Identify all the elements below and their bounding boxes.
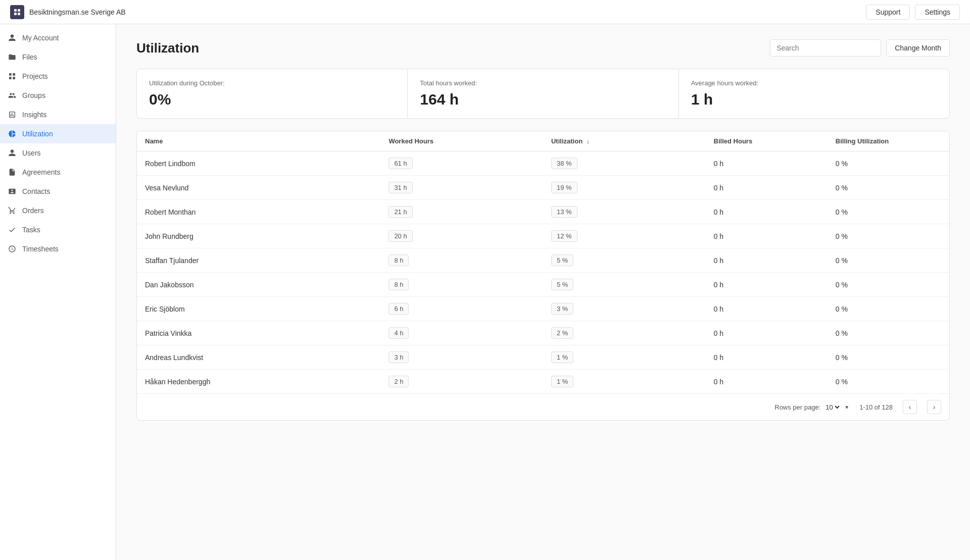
- cell-billing-utilization: 0 %: [828, 273, 949, 297]
- check-icon: [8, 226, 16, 234]
- chevron-down-icon: ▼: [844, 404, 849, 410]
- sidebar-item-my-account[interactable]: My Account: [0, 28, 116, 47]
- cell-worked-hours: 4 h: [380, 321, 543, 345]
- sidebar-item-label: Insights: [22, 111, 46, 119]
- app-logo-icon: [10, 5, 24, 19]
- pie-icon: [8, 130, 16, 138]
- table-row: Håkan Hedenberggh 2 h 1 % 0 h 0 %: [137, 370, 949, 394]
- col-utilization[interactable]: Utilization ↓: [543, 131, 706, 151]
- cell-worked-hours: 31 h: [380, 176, 543, 200]
- company-name: Besiktningsman.se Sverige AB: [29, 8, 126, 16]
- change-month-button[interactable]: Change Month: [886, 39, 950, 57]
- cell-worked-hours: 8 h: [380, 248, 543, 273]
- cart-icon: [8, 207, 16, 215]
- cell-name: Staffan Tjulander: [137, 248, 380, 273]
- sidebar-item-label: Agreements: [22, 168, 60, 176]
- rows-per-page-label: Rows per page:: [774, 403, 820, 411]
- sidebar-item-users[interactable]: Users: [0, 143, 116, 163]
- page-title: Utilization: [136, 40, 199, 56]
- support-button[interactable]: Support: [866, 5, 910, 20]
- cell-billed-hours: 0 h: [706, 176, 828, 200]
- svg-rect-1: [18, 9, 20, 12]
- cell-billed-hours: 0 h: [706, 151, 828, 176]
- table-row: Robert Monthan 21 h 13 % 0 h 0 %: [137, 200, 949, 224]
- cell-billing-utilization: 0 %: [828, 248, 949, 273]
- rows-per-page: Rows per page: 10 25 50 ▼: [774, 403, 849, 412]
- svg-rect-2: [14, 13, 17, 15]
- sidebar-item-label: Tasks: [22, 226, 40, 234]
- cell-utilization: 2 %: [543, 321, 706, 345]
- table-row: Robert Lindbom 61 h 38 % 0 h 0 %: [137, 151, 949, 176]
- rows-per-page-select[interactable]: 10 25 50: [823, 403, 841, 412]
- prev-page-button[interactable]: ‹: [903, 400, 917, 414]
- stat-label: Utilization during October:: [149, 79, 395, 87]
- person-icon: [8, 34, 16, 42]
- header-actions: Change Month: [770, 39, 950, 57]
- sidebar-item-label: Utilization: [22, 130, 53, 138]
- cell-name: Robert Lindbom: [137, 151, 380, 176]
- sidebar-item-projects[interactable]: Projects: [0, 67, 116, 86]
- cell-billed-hours: 0 h: [706, 297, 828, 321]
- cell-utilization: 13 %: [543, 200, 706, 224]
- cell-utilization: 1 %: [543, 345, 706, 370]
- sidebar-item-orders[interactable]: Orders: [0, 201, 116, 220]
- folder-icon: [8, 53, 16, 61]
- col-billed-hours: Billed Hours: [706, 131, 828, 151]
- sidebar-item-label: My Account: [22, 34, 59, 42]
- col-name: Name: [137, 131, 380, 151]
- col-worked-hours: Worked Hours: [380, 131, 543, 151]
- cell-billing-utilization: 0 %: [828, 151, 949, 176]
- cell-name: Patricia Vinkka: [137, 321, 380, 345]
- sidebar-item-insights[interactable]: Insights: [0, 105, 116, 124]
- cell-billing-utilization: 0 %: [828, 370, 949, 394]
- table-row: Andreas Lundkvist 3 h 1 % 0 h 0 %: [137, 345, 949, 370]
- cell-name: Robert Monthan: [137, 200, 380, 224]
- cell-billed-hours: 0 h: [706, 370, 828, 394]
- cell-utilization: 5 %: [543, 273, 706, 297]
- sidebar-item-label: Files: [22, 53, 37, 61]
- sidebar-item-files[interactable]: Files: [0, 47, 116, 67]
- cell-billing-utilization: 0 %: [828, 297, 949, 321]
- cell-utilization: 12 %: [543, 224, 706, 248]
- cell-billed-hours: 0 h: [706, 321, 828, 345]
- people-icon: [8, 91, 16, 99]
- stats-row: Utilization during October: 0% Total hou…: [136, 69, 950, 119]
- sidebar-item-agreements[interactable]: Agreements: [0, 163, 116, 182]
- cell-utilization: 1 %: [543, 370, 706, 394]
- search-input[interactable]: [770, 39, 881, 57]
- sidebar-item-contacts[interactable]: Contacts: [0, 182, 116, 201]
- grid-icon: [8, 72, 16, 80]
- svg-rect-3: [18, 13, 20, 15]
- cell-billing-utilization: 0 %: [828, 200, 949, 224]
- cell-name: Dan Jakobsson: [137, 273, 380, 297]
- sidebar-item-groups[interactable]: Groups: [0, 86, 116, 105]
- cell-name: Eric Sjöblom: [137, 297, 380, 321]
- settings-button[interactable]: Settings: [915, 5, 960, 20]
- next-page-button[interactable]: ›: [927, 400, 941, 414]
- col-billing-utilization: Billing Utilization: [828, 131, 949, 151]
- cell-worked-hours: 2 h: [380, 370, 543, 394]
- sidebar-item-timesheets[interactable]: Timesheets: [0, 239, 116, 259]
- main-content: Utilization Change Month Utilization dur…: [116, 24, 970, 560]
- stat-value: 0%: [149, 91, 395, 108]
- stat-card-total-hours: Total hours worked: 164 h: [408, 69, 678, 118]
- cell-utilization: 19 %: [543, 176, 706, 200]
- cell-billing-utilization: 0 %: [828, 345, 949, 370]
- page-range: 1-10 of 128: [859, 403, 893, 411]
- cell-worked-hours: 20 h: [380, 224, 543, 248]
- sidebar-item-label: Contacts: [22, 187, 50, 195]
- sidebar-item-label: Orders: [22, 207, 44, 215]
- stat-label: Average hours worked:: [691, 79, 937, 87]
- stat-label: Total hours worked:: [420, 79, 666, 87]
- cell-worked-hours: 61 h: [380, 151, 543, 176]
- sidebar-item-label: Groups: [22, 91, 45, 99]
- cell-billed-hours: 0 h: [706, 345, 828, 370]
- cell-worked-hours: 3 h: [380, 345, 543, 370]
- page-header: Utilization Change Month: [136, 39, 950, 57]
- cell-billed-hours: 0 h: [706, 273, 828, 297]
- sidebar-item-tasks[interactable]: Tasks: [0, 220, 116, 239]
- sidebar-item-utilization[interactable]: Utilization: [0, 124, 116, 143]
- table-row: Staffan Tjulander 8 h 5 % 0 h 0 %: [137, 248, 949, 273]
- pagination: Rows per page: 10 25 50 ▼ 1-10 of 128 ‹ …: [137, 393, 949, 420]
- sidebar-item-label: Timesheets: [22, 245, 59, 253]
